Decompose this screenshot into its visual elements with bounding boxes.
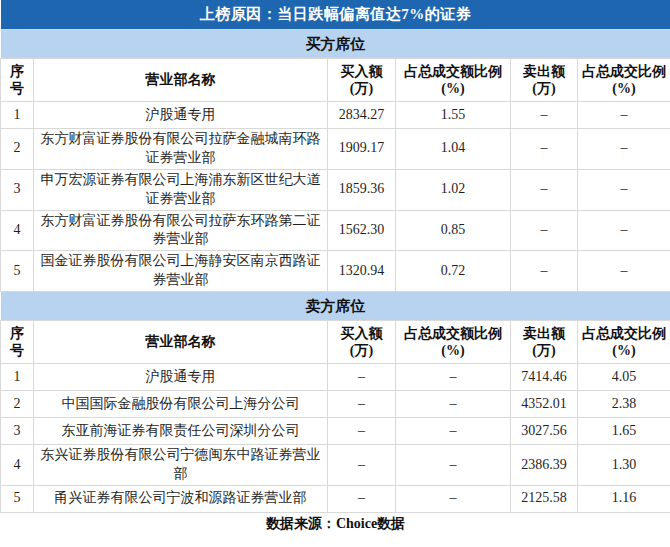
buyer-section-band: 买方席位 — [1, 30, 670, 59]
buy-amount-cell: 1320.94 — [328, 251, 396, 292]
buy-amount-cell: 2834.27 — [328, 102, 396, 129]
buy-amount-cell: 1562.30 — [328, 210, 396, 251]
seq-cell: 1 — [1, 364, 34, 391]
branch-name-cell: 东方财富证券股份有限公司拉萨金融城南环路证券营业部 — [34, 129, 328, 170]
seq-cell: 5 — [1, 251, 34, 292]
buy-amount-cell: 1859.36 — [328, 169, 396, 210]
sell-ratio-cell: 1.30 — [578, 445, 670, 486]
seq-cell: 1 — [1, 102, 34, 129]
buyer-row: 1 沪股通专用 2834.27 1.55 – – — [1, 102, 670, 129]
column-header-buy-amount: 买入额(万) — [328, 321, 396, 364]
sell-amount-cell: 2125.58 — [511, 485, 578, 512]
seq-cell: 3 — [1, 169, 34, 210]
seller-row: 3 东亚前海证券有限责任公司深圳分公司 – – 3027.56 1.65 — [1, 418, 670, 445]
sell-amount-cell: 7414.46 — [511, 364, 578, 391]
sell-ratio-cell: 1.16 — [578, 485, 670, 512]
buy-ratio-cell: 0.85 — [396, 210, 511, 251]
sell-ratio-cell: 1.65 — [578, 418, 670, 445]
buy-ratio-cell: – — [396, 485, 511, 512]
column-header-sell-amount: 卖出额(万) — [511, 321, 578, 364]
buy-ratio-cell: – — [396, 391, 511, 418]
sell-ratio-cell: 4.05 — [578, 364, 670, 391]
seller-row: 1 沪股通专用 – – 7414.46 4.05 — [1, 364, 670, 391]
seller-row: 2 中国国际金融股份有限公司上海分公司 – – 4352.01 2.38 — [1, 391, 670, 418]
column-header-buy-amount: 买入额(万) — [328, 59, 396, 102]
seq-cell: 4 — [1, 445, 34, 486]
buy-amount-cell: – — [328, 391, 396, 418]
column-header-seq: 序号 — [1, 321, 34, 364]
buy-ratio-cell: 1.55 — [396, 102, 511, 129]
branch-name-cell: 东兴证券股份有限公司宁德闽东中路证券营业部 — [34, 445, 328, 486]
buy-ratio-cell: 0.72 — [396, 251, 511, 292]
buy-ratio-cell: – — [396, 418, 511, 445]
branch-name-cell: 国金证券股份有限公司上海静安区南京西路证券营业部 — [34, 251, 328, 292]
seller-row: 5 甬兴证券有限公司宁波和源路证券营业部 – – 2125.58 1.16 — [1, 485, 670, 512]
column-header-sell-ratio: 占总成交比例(%) — [578, 321, 670, 364]
seller-header-row: 序号 营业部名称 买入额(万) 占总成交额比例(%) 卖出额(万) 占总成交比例… — [1, 321, 670, 364]
buy-amount-cell: – — [328, 485, 396, 512]
buy-amount-cell: – — [328, 364, 396, 391]
column-header-branch-name: 营业部名称 — [34, 321, 328, 364]
sell-ratio-cell: – — [578, 129, 670, 170]
column-header-sell-ratio: 占总成交比例(%) — [578, 59, 670, 102]
buyer-row: 4 东方财富证券股份有限公司拉萨东环路第二证券营业部 1562.30 0.85 … — [1, 210, 670, 251]
branch-name-cell: 沪股通专用 — [34, 364, 328, 391]
sell-amount-cell: – — [511, 251, 578, 292]
branch-name-cell: 甬兴证券有限公司宁波和源路证券营业部 — [34, 485, 328, 512]
sell-amount-cell: 4352.01 — [511, 391, 578, 418]
branch-name-cell: 中国国际金融股份有限公司上海分公司 — [34, 391, 328, 418]
sell-amount-cell: – — [511, 129, 578, 170]
buyer-header-row: 序号 营业部名称 买入额(万) 占总成交额比例(%) 卖出额(万) 占总成交比例… — [1, 59, 670, 102]
sell-ratio-cell: – — [578, 251, 670, 292]
buy-amount-cell: – — [328, 445, 396, 486]
branch-name-cell: 申万宏源证券有限公司上海浦东新区世纪大道证券营业部 — [34, 169, 328, 210]
column-header-seq: 序号 — [1, 59, 34, 102]
sell-ratio-cell: – — [578, 102, 670, 129]
buyer-row: 2 东方财富证券股份有限公司拉萨金融城南环路证券营业部 1909.17 1.04… — [1, 129, 670, 170]
seller-row: 4 东兴证券股份有限公司宁德闽东中路证券营业部 – – 2386.39 1.30 — [1, 445, 670, 486]
seller-section-header: 卖方席位 — [1, 292, 670, 321]
sell-ratio-cell: – — [578, 169, 670, 210]
sell-amount-cell: – — [511, 169, 578, 210]
seller-section-band: 卖方席位 — [1, 292, 670, 321]
buy-amount-cell: 1909.17 — [328, 129, 396, 170]
seq-cell: 3 — [1, 418, 34, 445]
sell-amount-cell: 3027.56 — [511, 418, 578, 445]
seq-cell: 5 — [1, 485, 34, 512]
dragon-tiger-table: 上榜原因：当日跌幅偏离值达7%的证券 买方席位 序号 营业部名称 买入额(万) … — [0, 0, 670, 536]
list-reason-title: 上榜原因：当日跌幅偏离值达7%的证券 — [1, 0, 670, 30]
branch-name-cell: 沪股通专用 — [34, 102, 328, 129]
buy-ratio-cell: – — [396, 364, 511, 391]
buy-ratio-cell: 1.02 — [396, 169, 511, 210]
buy-amount-cell: – — [328, 418, 396, 445]
buyer-row: 5 国金证券股份有限公司上海静安区南京西路证券营业部 1320.94 0.72 … — [1, 251, 670, 292]
list-reason-title-row: 上榜原因：当日跌幅偏离值达7%的证券 — [1, 0, 670, 30]
buy-ratio-cell: – — [396, 445, 511, 486]
seq-cell: 4 — [1, 210, 34, 251]
data-source-note: 数据来源：Choice数据 — [1, 512, 670, 536]
sell-amount-cell: – — [511, 210, 578, 251]
data-source-row: 数据来源：Choice数据 — [1, 512, 670, 536]
column-header-buy-ratio: 占总成交额比例(%) — [396, 59, 511, 102]
sell-ratio-cell: – — [578, 210, 670, 251]
buyer-section-header: 买方席位 — [1, 30, 670, 59]
branch-name-cell: 东方财富证券股份有限公司拉萨东环路第二证券营业部 — [34, 210, 328, 251]
sell-amount-cell: – — [511, 102, 578, 129]
sell-amount-cell: 2386.39 — [511, 445, 578, 486]
sell-ratio-cell: 2.38 — [578, 391, 670, 418]
column-header-buy-ratio: 占总成交额比例(%) — [396, 321, 511, 364]
buy-ratio-cell: 1.04 — [396, 129, 511, 170]
seq-cell: 2 — [1, 391, 34, 418]
seq-cell: 2 — [1, 129, 34, 170]
column-header-branch-name: 营业部名称 — [34, 59, 328, 102]
column-header-sell-amount: 卖出额(万) — [511, 59, 578, 102]
branch-name-cell: 东亚前海证券有限责任公司深圳分公司 — [34, 418, 328, 445]
dragon-tiger-panel: 上榜原因：当日跌幅偏离值达7%的证券 买方席位 序号 营业部名称 买入额(万) … — [0, 0, 670, 547]
buyer-row: 3 申万宏源证券有限公司上海浦东新区世纪大道证券营业部 1859.36 1.02… — [1, 169, 670, 210]
